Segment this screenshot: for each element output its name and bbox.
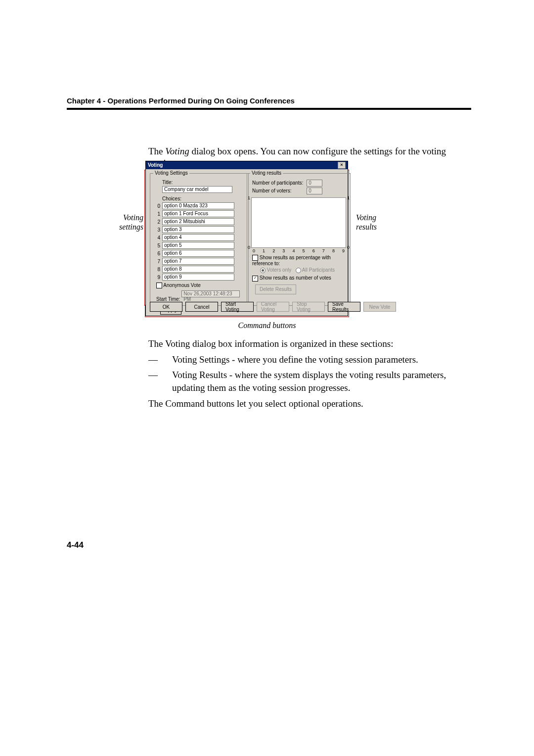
choices-label: Choices:	[162, 196, 245, 201]
title-label: Title:	[162, 180, 245, 185]
dialog-title: Voting	[148, 161, 163, 169]
all-participants-label: All Participants	[302, 267, 335, 273]
explanation-line2: The Command buttons let you select optio…	[148, 397, 471, 410]
bullet-settings: Voting Settings - where you define the v…	[148, 353, 471, 366]
choice-input-1[interactable]: option 1 Ford Focus	[162, 210, 234, 217]
start-voting-button[interactable]: Start Voting	[221, 302, 254, 312]
voters-only-radio	[260, 268, 266, 273]
save-results-button[interactable]: Save Results	[328, 302, 360, 312]
intro-em: Voting	[165, 146, 189, 156]
callout-label-results: Votingresults	[356, 213, 393, 232]
choice-input-9[interactable]: option 9	[162, 274, 234, 281]
choice-input-0[interactable]: option 0 Mazda 323	[162, 202, 234, 209]
command-buttons-caption: Command buttons	[0, 321, 534, 330]
new-vote-button: New Vote	[363, 302, 396, 312]
voting-dialog-screenshot: Voting × Voting Settings Title: Company …	[145, 161, 348, 316]
intro-pre: The	[148, 146, 165, 156]
show-pct-label: Show results as percentage with referenc…	[252, 255, 331, 266]
chart-xticks: 0123456789	[252, 248, 346, 253]
all-participants-radio	[296, 268, 301, 273]
title-input[interactable]: Company car model	[162, 186, 232, 193]
cancel-voting-button: Cancel Voting	[257, 302, 289, 312]
voters-label: Number of voters:	[252, 188, 291, 193]
bullet-results: Voting Results - where the system displa…	[148, 369, 471, 394]
choice-input-4[interactable]: option 4	[162, 234, 234, 241]
show-pct-checkbox[interactable]	[252, 255, 258, 261]
anonymous-label: Anonymous Vote	[163, 283, 201, 288]
dialog-button-bar: OK Cancel Start Voting Cancel Voting Sto…	[150, 302, 344, 312]
results-chart: 1 0 1 0 0123456789	[251, 197, 346, 248]
stop-voting-button: Stop Voting	[292, 302, 325, 312]
voters-only-label: Voters only	[267, 267, 291, 273]
voting-results-group: Voting results Number of participants: 0…	[247, 173, 351, 306]
voting-settings-legend: Voting Settings	[153, 170, 189, 176]
ok-button[interactable]: OK	[150, 302, 182, 312]
choice-input-5[interactable]: option 5	[162, 242, 234, 249]
choice-input-3[interactable]: option 3	[162, 226, 234, 233]
dialog-titlebar: Voting ×	[146, 161, 348, 169]
header-rule	[67, 108, 471, 110]
page-number: 4-44	[67, 540, 84, 550]
explanation-block: The Voting dialog box information is org…	[148, 337, 471, 410]
callout-label-settings: Votingsettings	[106, 213, 143, 232]
participants-value: 0	[307, 180, 322, 187]
cancel-button[interactable]: Cancel	[185, 302, 218, 312]
voting-settings-group: Voting Settings Title: Company car model…	[150, 173, 249, 306]
close-icon[interactable]: ×	[338, 162, 346, 169]
start-time-label: Start Time:	[156, 296, 180, 302]
show-num-checkbox[interactable]: ✓	[252, 276, 258, 282]
choice-input-8[interactable]: option 8	[162, 266, 234, 273]
voters-value: 0	[307, 188, 322, 194]
chapter-heading: Chapter 4 - Operations Performed During …	[67, 96, 472, 105]
choice-input-6[interactable]: option 6	[162, 250, 234, 257]
voting-results-legend: Voting results	[250, 170, 283, 176]
anonymous-checkbox[interactable]	[156, 283, 162, 288]
choice-input-2[interactable]: option 2 Mitsubishi	[162, 218, 234, 225]
start-time-value: Nov 26,2003 12:48:23 PM	[181, 290, 240, 297]
choice-input-7[interactable]: option 7	[162, 258, 234, 265]
participants-label: Number of participants:	[252, 180, 303, 186]
show-num-label: Show results as number of votes	[260, 275, 331, 281]
delete-results-button: Delete Results	[255, 284, 296, 294]
